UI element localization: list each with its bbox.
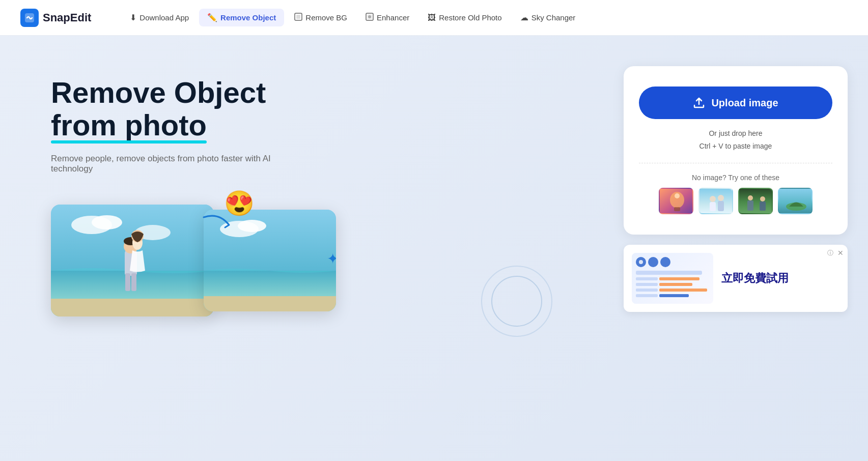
brand-name: SnapEdit <box>43 11 91 24</box>
try-samples-text: No image? Try one of these <box>639 174 832 182</box>
ad-text: 立即免費試用 <box>721 271 839 286</box>
remove-bg-icon <box>294 13 302 23</box>
main-content: Remove Object from photo Remove people, … <box>0 36 868 461</box>
svg-rect-30 <box>710 202 716 211</box>
sparkle-icon-1: ✦ <box>333 210 336 221</box>
right-panel: Upload image Or just drop here Ctrl + V … <box>613 36 868 461</box>
svg-rect-2 <box>296 15 300 19</box>
logo[interactable]: SnapEdit <box>20 9 91 27</box>
nav-item-download-app[interactable]: ⬇ Download App <box>122 9 197 26</box>
svg-point-40 <box>639 260 643 264</box>
circle-decoration-2 <box>481 266 552 337</box>
sample-thumb-2[interactable] <box>698 188 733 214</box>
nav-item-enhancer[interactable]: Enhancer <box>357 9 417 27</box>
upload-button[interactable]: Upload image <box>639 87 832 119</box>
svg-rect-32 <box>718 201 724 211</box>
svg-point-29 <box>710 196 716 202</box>
svg-rect-14 <box>131 273 136 291</box>
sample-images <box>639 188 832 214</box>
hero-title-highlight: from photo <box>51 109 207 141</box>
left-panel: Remove Object from photo Remove people, … <box>0 36 613 461</box>
ad-banner: 立即免費試用 ⓘ ✕ <box>624 245 848 312</box>
demo-area: 😍 <box>51 205 583 316</box>
svg-point-5 <box>368 15 371 18</box>
svg-point-34 <box>748 195 753 200</box>
nav-item-remove-bg[interactable]: Remove BG <box>286 9 355 27</box>
svg-point-36 <box>760 196 765 201</box>
sample-thumb-3[interactable] <box>738 188 773 214</box>
ad-close-button[interactable]: ✕ <box>837 249 844 257</box>
navbar: SnapEdit ⬇ Download App ✏️ Remove Object… <box>0 0 868 36</box>
nav-item-remove-object[interactable]: ✏️ Remove Object <box>199 9 284 26</box>
svg-point-8 <box>92 215 122 229</box>
nav-item-sky-changer[interactable]: ☁ Sky Changer <box>512 9 584 26</box>
logo-icon <box>20 9 39 27</box>
upload-card: Upload image Or just drop here Ctrl + V … <box>624 66 848 235</box>
sparkle-icon-3: ✦ <box>327 250 336 267</box>
svg-rect-37 <box>760 201 766 211</box>
svg-rect-26 <box>674 207 680 211</box>
edit-icon: ✏️ <box>207 13 217 22</box>
svg-rect-11 <box>51 299 214 316</box>
sample-thumb-1[interactable] <box>659 188 693 214</box>
nav-item-restore-old-photo[interactable]: 🖼 Restore Old Photo <box>419 9 510 26</box>
divider <box>639 163 832 163</box>
ad-info-icon[interactable]: ⓘ <box>827 249 833 257</box>
svg-rect-33 <box>739 189 773 214</box>
svg-point-21 <box>238 220 266 232</box>
nav-links: ⬇ Download App ✏️ Remove Object Remove B… <box>122 9 848 27</box>
restore-icon: 🖼 <box>428 13 436 22</box>
sample-thumb-4[interactable] <box>778 188 813 214</box>
hero-subtitle: Remove people, remove objects from photo… <box>51 154 305 174</box>
svg-rect-23 <box>204 296 336 311</box>
svg-rect-35 <box>747 200 753 211</box>
hero-title: Remove Object from photo <box>51 76 583 141</box>
ad-preview-content <box>632 253 713 304</box>
svg-point-27 <box>675 193 680 198</box>
emoji-bubble: 😍 <box>224 189 255 218</box>
drop-hint: Or just drop here Ctrl + V to paste imag… <box>639 127 832 153</box>
svg-rect-28 <box>699 189 733 214</box>
upload-icon <box>693 97 705 109</box>
demo-before-image <box>51 205 214 316</box>
svg-rect-13 <box>125 273 130 291</box>
ad-preview <box>632 253 713 304</box>
svg-point-31 <box>718 195 724 201</box>
download-icon: ⬇ <box>130 13 136 22</box>
sky-icon: ☁ <box>520 13 528 22</box>
enhancer-icon <box>366 13 374 23</box>
